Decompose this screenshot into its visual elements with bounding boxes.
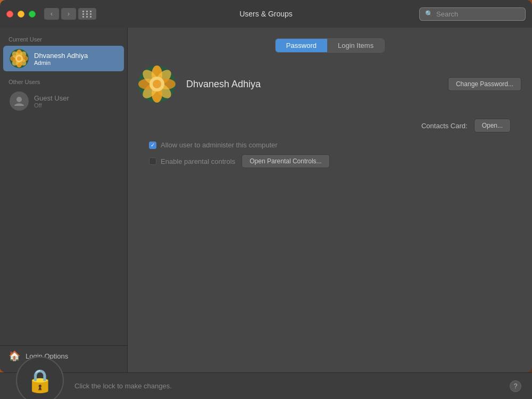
contacts-card-row: Contacts Card: Open... xyxy=(138,119,521,132)
parental-controls-checkbox[interactable] xyxy=(149,157,156,165)
allow-admin-label: Allow user to administer this computer xyxy=(161,141,278,149)
lock-label: Click the lock to make changes. xyxy=(74,382,172,390)
svg-point-11 xyxy=(16,97,22,102)
titlebar: ‹ › Users & Groups 🔍 Search xyxy=(0,0,532,28)
lock-circle[interactable]: 🔒 xyxy=(16,356,64,399)
parental-controls-label: Enable parental controls xyxy=(161,157,235,165)
sidebar-item-current-user[interactable]: Dhvanesh Adhiya Admin xyxy=(3,46,124,71)
home-icon: 🏠 xyxy=(9,350,20,362)
forward-button[interactable]: › xyxy=(61,8,76,20)
grid-view-button[interactable] xyxy=(78,8,96,20)
tab-login-items[interactable]: Login Items xyxy=(327,39,384,52)
sidebar-item-guest-user[interactable]: Guest User Off xyxy=(3,88,124,114)
grid-icon xyxy=(82,11,93,18)
open-parental-controls-button[interactable]: Open Parental Controls... xyxy=(242,154,329,168)
user-display-name: Dhvanesh Adhiya xyxy=(186,79,437,90)
chevron-left-icon: ‹ xyxy=(51,10,53,18)
allow-admin-checkbox[interactable] xyxy=(149,142,156,149)
svg-point-10 xyxy=(17,56,21,61)
large-avatar xyxy=(138,65,176,103)
guest-user-status: Off xyxy=(34,102,69,109)
change-password-button[interactable]: Change Password... xyxy=(448,77,521,91)
settings-area: Contacts Card: Open... Allow user to adm… xyxy=(138,119,521,362)
guest-user-info: Guest User Off xyxy=(34,94,69,109)
guest-user-avatar xyxy=(10,92,29,111)
sidebar: Current User xyxy=(0,28,128,372)
nav-buttons: ‹ › xyxy=(44,8,76,20)
search-placeholder: Search xyxy=(436,10,458,18)
traffic-lights xyxy=(6,11,36,18)
login-options-button[interactable]: 🏠 Login Options xyxy=(0,345,127,366)
tab-password[interactable]: Password xyxy=(276,39,327,52)
chevron-right-icon: › xyxy=(68,10,70,18)
content-area: Current User xyxy=(0,28,532,372)
current-user-avatar xyxy=(10,49,29,68)
contacts-card-label: Contacts Card: xyxy=(421,122,468,130)
current-user-info: Dhvanesh Adhiya Admin xyxy=(34,52,88,66)
current-user-role: Admin xyxy=(34,60,88,66)
bottom-bar: 🔒 Click the lock to make changes. ? xyxy=(0,372,532,399)
current-user-label: Current User xyxy=(0,34,127,46)
minimize-button[interactable] xyxy=(18,11,24,18)
search-icon: 🔍 xyxy=(425,10,433,18)
search-bar[interactable]: 🔍 Search xyxy=(419,7,526,21)
window-title: Users & Groups xyxy=(239,10,293,18)
close-button[interactable] xyxy=(6,11,13,18)
help-button[interactable]: ? xyxy=(510,380,521,392)
main-panel: Password Login Items xyxy=(128,28,532,372)
parental-controls-row: Enable parental controls Open Parental C… xyxy=(138,154,521,168)
lock-icon: 🔒 xyxy=(26,368,54,394)
maximize-button[interactable] xyxy=(29,11,36,18)
current-user-name: Dhvanesh Adhiya xyxy=(34,52,88,60)
allow-admin-row: Allow user to administer this computer xyxy=(138,141,521,149)
back-button[interactable]: ‹ xyxy=(44,8,59,20)
other-users-label: Other Users xyxy=(0,77,127,88)
guest-user-name: Guest User xyxy=(34,94,69,102)
user-info-section: Dhvanesh Adhiya Change Password... xyxy=(138,65,521,103)
tab-bar: Password Login Items xyxy=(275,38,385,53)
svg-point-22 xyxy=(153,80,161,88)
open-contacts-button[interactable]: Open... xyxy=(474,119,511,132)
